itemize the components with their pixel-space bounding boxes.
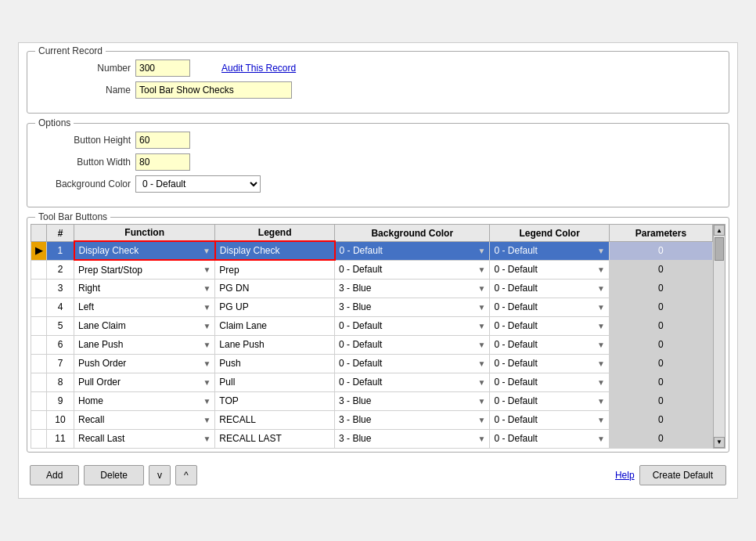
scrollbar-thumb[interactable] xyxy=(715,237,724,261)
down-button[interactable]: v xyxy=(149,465,171,485)
table-row[interactable]: 7Push Order▼Push0 - Default▼0 - Default▼… xyxy=(31,354,713,373)
table-outer: # Function Legend Background Color Legen… xyxy=(31,224,725,449)
row-legend[interactable]: Pull xyxy=(215,373,335,391)
table-row[interactable]: 8Pull Order▼Pull0 - Default▼0 - Default▼… xyxy=(31,373,713,391)
options-legend: Options xyxy=(35,117,74,128)
row-function[interactable]: Display Check▼ xyxy=(74,241,215,260)
row-legend-color[interactable]: 0 - Default▼ xyxy=(490,260,609,279)
button-height-input[interactable] xyxy=(135,132,190,149)
row-bg-color[interactable]: 3 - Blue▼ xyxy=(335,279,490,298)
number-input[interactable] xyxy=(135,60,190,77)
table-row[interactable]: 6Lane Push▼Lane Push0 - Default▼0 - Defa… xyxy=(31,335,713,354)
row-function[interactable]: Recall▼ xyxy=(74,410,215,429)
row-legend-color[interactable]: 0 - Default▼ xyxy=(490,391,609,410)
col-bg-color: Background Color xyxy=(335,225,490,242)
scrollbar-track[interactable]: ▲ ▼ xyxy=(713,224,725,449)
row-function[interactable]: Lane Push▼ xyxy=(74,335,215,354)
toolbar-buttons-legend: Tool Bar Buttons xyxy=(35,211,110,222)
number-row: Number Audit This Record xyxy=(37,60,719,77)
col-indicator xyxy=(31,225,47,242)
row-params: 0 xyxy=(609,429,712,448)
row-params: 0 xyxy=(609,354,712,373)
table-row[interactable]: 10Recall▼RECALL3 - Blue▼0 - Default▼0 xyxy=(31,410,713,429)
row-params: 0 xyxy=(609,373,712,391)
row-function[interactable]: Recall Last▼ xyxy=(74,429,215,448)
table-row[interactable]: 2Prep Start/Stop▼Prep0 - Default▼0 - Def… xyxy=(31,260,713,279)
row-function[interactable]: Left▼ xyxy=(74,298,215,316)
name-label: Name xyxy=(37,85,131,96)
row-num: 5 xyxy=(47,316,74,335)
row-num: 6 xyxy=(47,335,74,354)
row-legend[interactable]: Claim Lane xyxy=(215,316,335,335)
row-bg-color[interactable]: 0 - Default▼ xyxy=(335,335,490,354)
col-legend: Legend xyxy=(215,225,335,242)
row-legend[interactable]: TOP xyxy=(215,391,335,410)
row-bg-color[interactable]: 3 - Blue▼ xyxy=(335,298,490,316)
background-color-label: Background Color xyxy=(37,179,131,189)
table-row[interactable]: 11Recall Last▼RECALL LAST3 - Blue▼0 - De… xyxy=(31,429,713,448)
button-width-label: Button Width xyxy=(37,157,131,168)
row-num: 10 xyxy=(47,410,74,429)
row-legend-color[interactable]: 0 - Default▼ xyxy=(490,298,609,316)
row-bg-color[interactable]: 3 - Blue▼ xyxy=(335,429,490,448)
row-legend-color[interactable]: 0 - Default▼ xyxy=(490,279,609,298)
row-legend-color[interactable]: 0 - Default▼ xyxy=(490,316,609,335)
row-bg-color[interactable]: 3 - Blue▼ xyxy=(335,391,490,410)
row-function[interactable]: Prep Start/Stop▼ xyxy=(74,260,215,279)
table-row[interactable]: 3Right▼PG DN3 - Blue▼0 - Default▼0 xyxy=(31,279,713,298)
table-row[interactable]: 5Lane Claim▼Claim Lane0 - Default▼0 - De… xyxy=(31,316,713,335)
row-legend[interactable]: RECALL xyxy=(215,410,335,429)
background-color-select[interactable]: 0 - Default 1 - Red 2 - Green 3 - Blue xyxy=(135,175,261,193)
row-legend-color[interactable]: 0 - Default▼ xyxy=(490,373,609,391)
row-bg-color[interactable]: 0 - Default▼ xyxy=(335,354,490,373)
row-function[interactable]: Home▼ xyxy=(74,391,215,410)
row-bg-color[interactable]: 0 - Default▼ xyxy=(335,373,490,391)
table-row[interactable]: 4Left▼PG UP3 - Blue▼0 - Default▼0 xyxy=(31,298,713,316)
row-legend[interactable]: Push xyxy=(215,354,335,373)
help-button[interactable]: Help xyxy=(615,470,635,481)
row-legend[interactable]: Prep xyxy=(215,260,335,279)
row-indicator xyxy=(31,354,47,373)
row-indicator xyxy=(31,279,47,298)
button-width-input[interactable] xyxy=(135,153,190,171)
row-legend[interactable]: Display Check xyxy=(215,241,335,260)
bottom-bar: Add Delete v ^ Help Create Default xyxy=(27,460,729,490)
row-legend-color[interactable]: 0 - Default▼ xyxy=(490,410,609,429)
row-bg-color[interactable]: 3 - Blue▼ xyxy=(335,410,490,429)
row-legend[interactable]: Lane Push xyxy=(215,335,335,354)
scrollbar-up-btn[interactable]: ▲ xyxy=(714,225,725,236)
row-legend[interactable]: RECALL LAST xyxy=(215,429,335,448)
audit-link[interactable]: Audit This Record xyxy=(221,63,296,74)
delete-button[interactable]: Delete xyxy=(84,465,144,485)
up-button[interactable]: ^ xyxy=(175,465,197,485)
options-section: Options Button Height Button Width Backg… xyxy=(27,123,729,207)
row-params: 0 xyxy=(609,410,712,429)
row-legend[interactable]: PG UP xyxy=(215,298,335,316)
row-function[interactable]: Lane Claim▼ xyxy=(74,316,215,335)
row-legend-color[interactable]: 0 - Default▼ xyxy=(490,335,609,354)
row-bg-color[interactable]: 0 - Default▼ xyxy=(335,316,490,335)
row-indicator xyxy=(31,260,47,279)
table-row[interactable]: 9Home▼TOP3 - Blue▼0 - Default▼0 xyxy=(31,391,713,410)
row-legend-color[interactable]: 0 - Default▼ xyxy=(490,429,609,448)
row-function[interactable]: Right▼ xyxy=(74,279,215,298)
table-row[interactable]: ▶1Display Check▼Display Check0 - Default… xyxy=(31,241,713,260)
name-input[interactable] xyxy=(135,81,292,99)
row-legend-color[interactable]: 0 - Default▼ xyxy=(490,241,609,260)
col-legend-color: Legend Color xyxy=(490,225,609,242)
row-bg-color[interactable]: 0 - Default▼ xyxy=(335,241,490,260)
background-color-row: Background Color 0 - Default 1 - Red 2 -… xyxy=(37,175,719,193)
add-button[interactable]: Add xyxy=(30,465,79,485)
row-legend[interactable]: PG DN xyxy=(215,279,335,298)
row-function[interactable]: Push Order▼ xyxy=(74,354,215,373)
button-width-row: Button Width xyxy=(37,153,719,171)
button-height-row: Button Height xyxy=(37,132,719,149)
current-record-legend: Current Record xyxy=(35,45,106,56)
row-num: 9 xyxy=(47,391,74,410)
row-function[interactable]: Pull Order▼ xyxy=(74,373,215,391)
button-height-label: Button Height xyxy=(37,135,131,146)
scrollbar-down-btn[interactable]: ▼ xyxy=(714,437,725,448)
create-default-button[interactable]: Create Default xyxy=(639,465,726,485)
row-bg-color[interactable]: 0 - Default▼ xyxy=(335,260,490,279)
row-legend-color[interactable]: 0 - Default▼ xyxy=(490,354,609,373)
